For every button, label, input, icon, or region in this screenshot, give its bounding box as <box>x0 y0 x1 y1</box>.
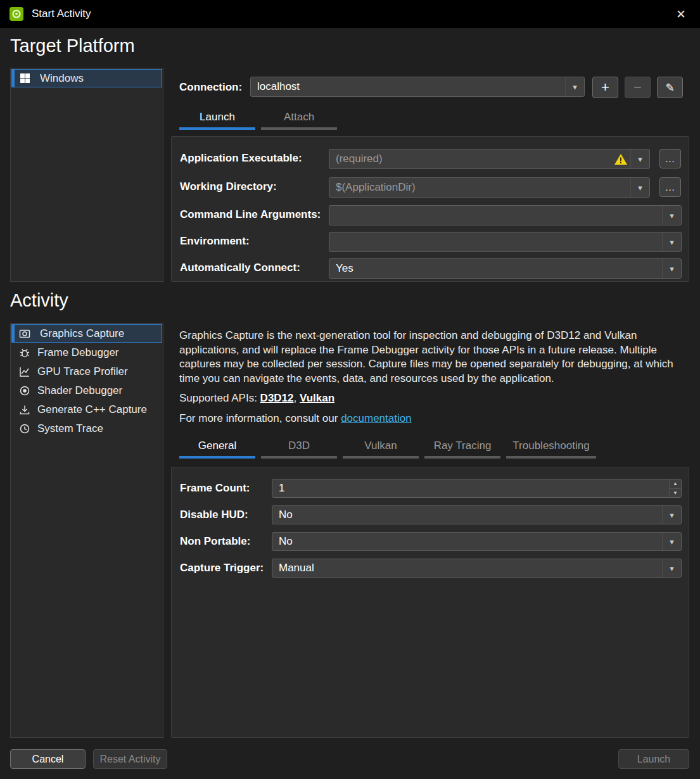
nvidia-logo-icon <box>9 6 24 22</box>
activity-list: Graphics Capture Frame Debugger GPU Trac… <box>10 323 163 738</box>
application-executable-input[interactable]: (required) ▾ <box>329 149 650 169</box>
platform-item-windows[interactable]: Windows <box>11 69 162 87</box>
tab-vulkan[interactable]: Vulkan <box>343 438 419 459</box>
clock-icon <box>18 422 31 435</box>
supported-apis-line: Supported APIs: D3D12, Vulkan <box>179 391 684 406</box>
launch-settings-panel: Application Executable: (required) ▾ ...… <box>171 136 689 282</box>
frame-count-label: Frame Count: <box>180 482 250 495</box>
add-connection-button[interactable]: + <box>592 77 618 98</box>
disable-hud-label: Disable HUD: <box>180 509 248 521</box>
warning-icon <box>614 153 628 165</box>
activity-settings-tabs: General D3D Vulkan Ray Tracing Troublesh… <box>179 438 596 459</box>
connection-mode-tabs: Launch Attach <box>179 109 337 130</box>
titlebar: Start Activity ✕ <box>0 0 700 28</box>
working-directory-label: Working Directory: <box>180 180 277 193</box>
target-platform-heading: Target Platform <box>10 35 135 56</box>
automatically-connect-dropdown[interactable]: Yes ▾ <box>329 258 682 279</box>
chevron-down-icon[interactable]: ▾ <box>662 533 681 550</box>
connection-label: Connection: <box>179 81 242 94</box>
working-directory-input[interactable]: $(ApplicationDir) ▾ <box>329 177 650 198</box>
activity-heading: Activity <box>10 290 68 311</box>
activity-item-gpu-trace-profiler[interactable]: GPU Trace Profiler <box>11 362 162 381</box>
close-icon[interactable]: ✕ <box>671 4 691 24</box>
more-info-line: For more information, consult our docume… <box>179 412 684 426</box>
command-line-arguments-input[interactable]: ▾ <box>329 205 682 225</box>
vulkan-link[interactable]: Vulkan <box>300 392 334 404</box>
browse-executable-button[interactable]: ... <box>659 149 681 168</box>
chevron-down-icon[interactable]: ▾ <box>662 259 681 278</box>
remove-connection-button[interactable]: − <box>625 77 651 98</box>
chevron-down-icon[interactable]: ▾ <box>565 77 584 96</box>
activity-item-system-trace[interactable]: System Trace <box>11 419 162 438</box>
chevron-down-icon[interactable]: ▾ <box>662 206 681 225</box>
non-portable-dropdown[interactable]: No ▾ <box>272 532 682 551</box>
capture-icon <box>18 327 31 340</box>
activity-item-graphics-capture[interactable]: Graphics Capture <box>11 324 162 343</box>
chevron-down-icon[interactable]: ▾ <box>662 232 681 251</box>
connection-value: localhost <box>251 80 565 93</box>
chevron-down-icon[interactable]: ▾ <box>630 149 649 168</box>
tab-attach[interactable]: Attach <box>261 109 337 130</box>
tab-general[interactable]: General <box>179 438 255 459</box>
platform-label: Windows <box>40 72 84 85</box>
chevron-down-icon[interactable]: ▾ <box>662 506 681 524</box>
cancel-button[interactable]: Cancel <box>10 749 86 769</box>
edit-connection-button[interactable]: ✎ <box>657 77 683 98</box>
platform-list: Windows <box>10 68 163 282</box>
spin-up-icon[interactable]: ▲ <box>670 479 681 489</box>
tab-d3d[interactable]: D3D <box>261 438 337 459</box>
d3d12-link[interactable]: D3D12 <box>260 392 294 404</box>
activity-item-generate-cpp-capture[interactable]: Generate C++ Capture <box>11 400 162 419</box>
tab-troubleshooting[interactable]: Troubleshooting <box>506 438 596 459</box>
activity-settings-panel: Frame Count: 1 ▲ ▼ Disable HUD: No ▾ Non… <box>171 467 689 738</box>
browse-working-directory-button[interactable]: ... <box>659 177 681 197</box>
disable-hud-dropdown[interactable]: No ▾ <box>272 505 682 524</box>
environment-input[interactable]: ▾ <box>329 232 682 252</box>
tab-launch[interactable]: Launch <box>179 109 255 130</box>
windows-icon <box>18 72 31 85</box>
tab-ray-tracing[interactable]: Ray Tracing <box>424 438 500 459</box>
activity-description: Graphics Capture is the next-generation … <box>179 329 684 426</box>
chart-icon <box>18 365 31 378</box>
bug-icon <box>18 346 31 359</box>
command-line-arguments-label: Command Line Arguments: <box>180 208 321 221</box>
download-icon <box>18 403 31 416</box>
description-paragraph: Graphics Capture is the next-generation … <box>179 329 684 386</box>
chevron-down-icon[interactable]: ▾ <box>662 559 681 577</box>
capture-trigger-dropdown[interactable]: Manual ▾ <box>272 559 682 578</box>
window-title: Start Activity <box>32 8 91 20</box>
reset-activity-button[interactable]: Reset Activity <box>93 749 167 769</box>
chevron-down-icon[interactable]: ▾ <box>630 178 649 197</box>
launch-button[interactable]: Launch <box>618 749 689 769</box>
connection-dropdown[interactable]: localhost ▾ <box>250 77 585 97</box>
spin-down-icon[interactable]: ▼ <box>670 489 681 498</box>
frame-count-stepper[interactable]: 1 ▲ ▼ <box>272 479 682 498</box>
activity-item-shader-debugger[interactable]: Shader Debugger <box>11 381 162 400</box>
capture-trigger-label: Capture Trigger: <box>180 562 264 574</box>
target-icon <box>18 384 31 397</box>
documentation-link[interactable]: documentation <box>341 412 412 424</box>
automatically-connect-label: Automatically Connect: <box>180 262 300 274</box>
application-executable-label: Application Executable: <box>180 152 302 165</box>
non-portable-label: Non Portable: <box>180 535 250 548</box>
activity-item-frame-debugger[interactable]: Frame Debugger <box>11 343 162 362</box>
environment-label: Environment: <box>180 235 250 248</box>
